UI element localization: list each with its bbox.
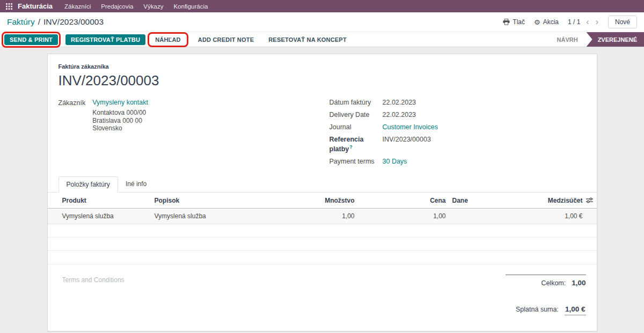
- menu-vykazy[interactable]: Výkazy: [143, 3, 163, 10]
- invoice-lines-table: Produkt Popisok Množstvo Cena Dane Medzi…: [48, 193, 597, 264]
- menu-zakaznici[interactable]: Zákazníci: [64, 3, 91, 10]
- customer-address-line: Bratislava 000 00: [92, 117, 148, 125]
- customer-block: Zákazník Vymysleny kontakt Kontaktova 00…: [58, 99, 148, 170]
- control-panel: Faktúry / INV/2023/00003 Tlač ⚙ Akcia 1 …: [0, 12, 644, 32]
- help-marker-icon: ?: [349, 144, 353, 150]
- gear-icon: ⚙: [534, 19, 540, 26]
- invoice-header: Faktúra zákazníka INV/2023/00003: [48, 63, 597, 89]
- field-payment-terms: Payment terms 30 Days: [330, 158, 586, 165]
- top-navbar: Fakturácia Zákazníci Predajcovia Výkazy …: [0, 0, 644, 12]
- invoice-number: INV/2023/00003: [58, 72, 586, 89]
- column-header-price: Cena: [358, 193, 449, 209]
- cell-description: Vymyslená služba: [151, 209, 302, 224]
- field-label: Journal: [330, 123, 383, 131]
- column-header-product: Produkt: [48, 193, 151, 209]
- statusbar: SEND & PRINT REGISTROVAŤ PLATBU NÁHĽAD A…: [0, 32, 644, 47]
- preview-button[interactable]: NÁHĽAD: [150, 35, 186, 45]
- total-row: Celkom: 1,00: [506, 275, 586, 287]
- pager: 1 / 1 ‹ ›: [568, 18, 599, 26]
- field-payment-reference: Referencia platby? INV/2023/00003: [330, 136, 586, 153]
- amount-due-label: Splatná suma:: [516, 306, 559, 313]
- customer-value-block: Vymysleny kontakt Kontaktova 000/00 Brat…: [92, 99, 148, 170]
- invoice-date-value[interactable]: 22.02.2023: [383, 99, 416, 106]
- new-record-button[interactable]: Nové: [608, 16, 637, 28]
- amount-due-value: 1,00 €: [565, 305, 586, 315]
- statusbar-states: NÁVRH ZVEREJNENÉ: [553, 32, 644, 47]
- field-invoice-date: Dátum faktúry 22.02.2023: [330, 99, 586, 106]
- print-button[interactable]: Tlač: [503, 18, 525, 26]
- sheet-footer: Terms and Conditions Celkom: 1,00 Splatn…: [48, 264, 597, 315]
- printer-icon: [503, 19, 510, 25]
- pager-value: 1 / 1: [568, 18, 580, 26]
- menu-konfiguracia[interactable]: Konfigurácia: [173, 3, 208, 10]
- cell-subtotal: 1,00 €: [497, 209, 597, 224]
- column-header-quantity: Množstvo: [302, 193, 358, 209]
- cell-price: 1,00: [358, 209, 449, 224]
- breadcrumb-parent-link[interactable]: Faktúry: [7, 17, 35, 27]
- breadcrumb-current: INV/2023/00003: [43, 17, 104, 27]
- totals-block: Celkom: 1,00 Splatná suma: 1,00 €: [506, 275, 586, 315]
- invoice-fields: Dátum faktúry 22.02.2023 Delivery Date 2…: [330, 99, 586, 170]
- empty-line-row: [48, 238, 597, 251]
- cell-quantity: 1,00: [302, 209, 358, 224]
- breadcrumb: Faktúry / INV/2023/00003: [7, 17, 104, 27]
- tab-other-info[interactable]: Iné info: [118, 176, 154, 193]
- field-label: Payment terms: [330, 158, 383, 165]
- notebook: Položky faktúry Iné info Produkt Popisok…: [48, 176, 597, 264]
- invoice-line-row[interactable]: Vymyslená služba Vymyslená služba 1,00 1…: [48, 209, 597, 224]
- invoice-info-grid: Zákazník Vymysleny kontakt Kontaktova 00…: [48, 99, 597, 170]
- terms-and-conditions-input[interactable]: Terms and Conditions: [62, 276, 125, 315]
- app-name[interactable]: Fakturácia: [18, 2, 53, 10]
- breadcrumb-separator: /: [38, 17, 40, 27]
- state-posted[interactable]: ZVEREJNENÉ: [587, 32, 644, 47]
- invoice-type-label: Faktúra zákazníka: [58, 63, 586, 70]
- tab-bar: Položky faktúry Iné info: [48, 176, 597, 193]
- cell-taxes: [449, 209, 497, 224]
- menu-predajcovia[interactable]: Predajcovia: [101, 3, 133, 10]
- send-and-print-button[interactable]: SEND & PRINT: [4, 34, 58, 45]
- tab-invoice-lines[interactable]: Položky faktúry: [58, 176, 118, 193]
- state-draft[interactable]: NÁVRH: [553, 32, 587, 47]
- pager-next-icon[interactable]: ›: [595, 18, 599, 26]
- payment-terms-value-link[interactable]: 30 Days: [383, 158, 407, 165]
- empty-line-row: [48, 251, 597, 264]
- customer-address-line: Slovensko: [92, 124, 148, 132]
- optional-columns-icon[interactable]: [586, 197, 593, 205]
- table-header-row: Produkt Popisok Množstvo Cena Dane Medzi…: [48, 193, 597, 209]
- field-label: Delivery Date: [330, 111, 383, 119]
- empty-line-row: [48, 224, 597, 238]
- apps-menu-button[interactable]: [5, 3, 13, 10]
- column-header-description: Popisok: [151, 193, 302, 209]
- statusbar-buttons: SEND & PRINT REGISTROVAŤ PLATBU NÁHĽAD A…: [0, 34, 352, 45]
- column-header-subtotal: Medzisúčet: [497, 193, 597, 209]
- total-label: Celkom:: [541, 279, 566, 287]
- control-panel-right: Tlač ⚙ Akcia 1 / 1 ‹ › Nové: [503, 16, 637, 28]
- total-value: 1,00: [572, 279, 586, 287]
- register-payment-button[interactable]: REGISTROVAŤ PLATBU: [65, 34, 145, 45]
- field-journal: Journal Customer Invoices: [330, 123, 586, 131]
- delivery-date-value[interactable]: 22.02.2023: [383, 111, 416, 119]
- action-menu-button[interactable]: ⚙ Akcia: [534, 18, 559, 26]
- customer-address-line: Kontaktova 000/00: [92, 109, 148, 117]
- amount-due-row: Splatná suma: 1,00 €: [506, 305, 586, 315]
- invoice-form-sheet: Faktúra zákazníka INV/2023/00003 Zákazní…: [47, 54, 597, 331]
- add-credit-note-button[interactable]: ADD CREDIT NOTE: [193, 35, 259, 45]
- field-delivery-date: Delivery Date 22.02.2023: [330, 111, 586, 119]
- customer-name-link[interactable]: Vymysleny kontakt: [92, 99, 148, 106]
- print-label: Tlač: [513, 18, 525, 26]
- cell-product: Vymyslená služba: [48, 209, 151, 224]
- journal-value-link[interactable]: Customer Invoices: [383, 123, 438, 131]
- column-header-taxes: Dane: [449, 193, 497, 209]
- pager-previous-icon[interactable]: ‹: [586, 18, 589, 26]
- action-label: Akcia: [543, 18, 559, 26]
- field-label: Referencia platby?: [330, 136, 383, 153]
- payment-reference-value[interactable]: INV/2023/00003: [383, 136, 431, 153]
- customer-field-label: Zákazník: [58, 99, 86, 170]
- topbar-menus: Zákazníci Predajcovia Výkazy Konfiguráci…: [64, 3, 208, 10]
- apps-grid-icon: [6, 3, 12, 10]
- reset-to-draft-button[interactable]: RESETOVAŤ NA KONCEPT: [264, 35, 352, 45]
- field-label: Dátum faktúry: [330, 99, 383, 106]
